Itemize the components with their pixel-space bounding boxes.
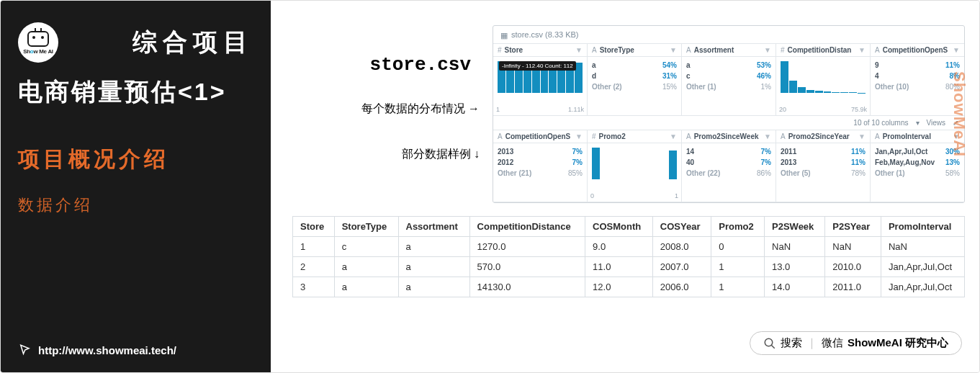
- value-row: c46%: [686, 71, 771, 81]
- footer-link[interactable]: http://www.showmeai.tech/: [18, 343, 176, 356]
- filter-icon[interactable]: ▼: [670, 132, 677, 140]
- profile-column: #Store▼-Infinity - 112.40 Count: 11211.1…: [493, 44, 588, 116]
- heading-title: 电商销量预估<1>: [18, 76, 253, 109]
- table-header-cell: PromoInterval: [881, 217, 964, 237]
- histogram: [592, 146, 677, 181]
- filter-icon[interactable]: ▼: [764, 46, 771, 54]
- csv-filename: store.csv: [292, 54, 471, 76]
- profile-row-1: #Store▼-Infinity - 112.40 Count: 11211.1…: [493, 44, 964, 116]
- grid-icon: [500, 31, 508, 38]
- profile-column: #CompetitionDistan▼2075.9k: [776, 44, 871, 116]
- slide: Show Me AI 综合项目 电商销量预估<1> 项目概况介绍 数据介绍 ht…: [0, 0, 980, 373]
- filter-icon[interactable]: ▼: [858, 46, 866, 54]
- logo-row: Show Me AI 综合项目: [18, 22, 253, 63]
- profile-column: APromo2SinceYear▼201111%201311%Other (5)…: [776, 130, 871, 202]
- data-profile-panel: ShowMeAI store.csv (8.33 KB) #Store▼-Inf…: [493, 25, 965, 203]
- table-row: 1ca1270.09.02008.00NaNNaNNaN: [293, 237, 965, 257]
- histogram: -Infinity - 112.40 Count: 112: [498, 60, 583, 94]
- svg-line-1: [771, 345, 775, 349]
- wechat-search-pill[interactable]: 搜索 ｜ 微信 ShowMeAI 研究中心: [750, 331, 962, 355]
- column-header[interactable]: #Store▼: [493, 44, 587, 57]
- csv-block: store.csv 每个数据的分布情况 → 部分数据样例 ↓: [292, 25, 480, 203]
- value-row: 20137%: [498, 146, 583, 157]
- watermark: ShowMeAI: [940, 26, 968, 202]
- note-distribution: 每个数据的分布情况 →: [292, 102, 480, 117]
- value-row: d31%: [592, 71, 677, 81]
- value-row: Other (5)78%: [781, 168, 866, 179]
- histogram-tooltip: -Infinity - 112.40 Count: 112: [499, 61, 576, 71]
- column-header[interactable]: AStoreType▼: [588, 44, 681, 57]
- table-row: 2aa570.011.02007.0113.02010.0Jan,Apr,Jul…: [293, 257, 965, 277]
- profile-column: ACompetitionOpenS▼20137%20127%Other (21)…: [493, 130, 588, 202]
- profile-column: AStoreType▼a54%d31%Other (2)15%: [588, 44, 682, 116]
- table-header-cell: Assortment: [398, 217, 469, 237]
- value-row: a54%: [592, 60, 677, 71]
- svg-point-0: [765, 338, 773, 346]
- table-row: 3aa14130.012.02006.0114.02011.0Jan,Apr,J…: [293, 277, 965, 297]
- value-row: 147%: [686, 146, 771, 157]
- table-header-cell: COSYear: [652, 217, 711, 237]
- heading-category: 综合项目: [73, 26, 253, 59]
- search-icon: [763, 337, 776, 350]
- footer-url-text: http://www.showmeai.tech/: [38, 344, 176, 356]
- value-row: Other (22)86%: [686, 168, 771, 179]
- filter-icon[interactable]: ▼: [575, 46, 583, 54]
- table-header-cell: COSMonth: [585, 217, 653, 237]
- sidebar: Show Me AI 综合项目 电商销量预估<1> 项目概况介绍 数据介绍 ht…: [1, 1, 271, 372]
- value-row: Other (2)15%: [592, 81, 677, 92]
- value-row: 201311%: [781, 157, 866, 168]
- column-header[interactable]: AAssortment▼: [682, 44, 776, 57]
- table-header-row: StoreStoreTypeAssortmentCompetitionDista…: [293, 217, 965, 237]
- value-row: a53%: [686, 60, 771, 71]
- profile-column: APromo2SinceWeek▼147%407%Other (22)86%: [682, 130, 776, 202]
- brand-name: ShowMeAI 研究中心: [848, 336, 948, 350]
- section-active: 项目概况介绍: [18, 145, 253, 174]
- table-header-cell: P2SWeek: [765, 217, 825, 237]
- filter-icon[interactable]: ▼: [670, 46, 677, 54]
- filter-icon[interactable]: ▼: [764, 132, 771, 140]
- filter-icon[interactable]: ▼: [575, 132, 583, 140]
- value-row: 201111%: [781, 146, 866, 157]
- main: store.csv 每个数据的分布情况 → 部分数据样例 ↓ ShowMeAI …: [271, 1, 979, 372]
- profile-file-label: store.csv (8.33 KB): [511, 30, 579, 39]
- table-header-cell: P2SYear: [825, 217, 881, 237]
- table-header-cell: Store: [293, 217, 335, 237]
- cursor-icon: [18, 343, 31, 356]
- data-table: StoreStoreTypeAssortmentCompetitionDista…: [292, 216, 965, 297]
- value-row: Other (21)85%: [498, 168, 583, 179]
- value-row: 407%: [686, 157, 771, 168]
- section-sub: 数据介绍: [18, 194, 253, 216]
- table-header-cell: StoreType: [334, 217, 398, 237]
- column-header[interactable]: #CompetitionDistan▼: [776, 44, 870, 57]
- note-sample: 部分数据样例 ↓: [292, 147, 480, 162]
- column-header[interactable]: ACompetitionOpenS▼: [493, 130, 587, 143]
- value-row: Other (1)1%: [686, 81, 771, 92]
- filter-icon[interactable]: ▼: [858, 132, 866, 140]
- table-header-cell: Promo2: [711, 217, 765, 237]
- profile-column: AAssortment▼a53%c46%Other (1)1%: [682, 44, 776, 116]
- column-header[interactable]: APromo2SinceYear▼: [776, 130, 870, 143]
- profile-column: #Promo2▼01: [588, 130, 682, 202]
- column-header[interactable]: #Promo2▼: [588, 130, 681, 143]
- profile-toolbar: 10 of 10 columns▾ Views ⤢: [493, 116, 964, 130]
- value-row: 20127%: [498, 157, 583, 168]
- table-header-cell: CompetitionDistance: [469, 217, 585, 237]
- profile-row-2: ACompetitionOpenS▼20137%20127%Other (21)…: [493, 130, 964, 202]
- profile-file-header: store.csv (8.33 KB): [493, 26, 964, 44]
- histogram: [781, 60, 866, 94]
- column-header[interactable]: APromo2SinceWeek▼: [682, 130, 776, 143]
- logo-badge: Show Me AI: [18, 22, 58, 63]
- columns-count[interactable]: 10 of 10 columns: [853, 119, 908, 127]
